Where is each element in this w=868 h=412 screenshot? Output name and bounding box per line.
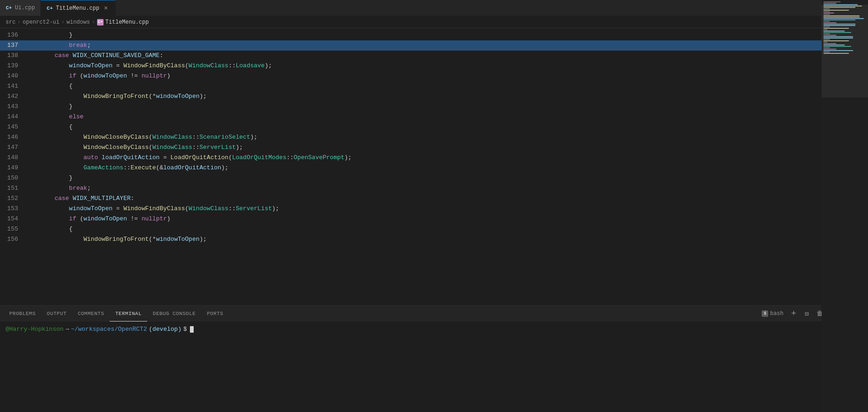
line-content-155: { xyxy=(26,224,859,234)
table-row: 137 break; xyxy=(0,40,868,51)
table-row: 141 { xyxy=(0,81,868,91)
breadcrumb-file-icon: C+ xyxy=(97,19,104,26)
tab-titlemenu-cpp[interactable]: C+ TitleMenu.cpp × xyxy=(41,0,116,16)
line-content-154: if (windowToOpen != nullptr) xyxy=(26,214,859,224)
breadcrumb-src[interactable]: src xyxy=(6,19,16,26)
table-row: 153 windowToOpen = WindowFindByClass(Win… xyxy=(0,204,868,214)
code-area[interactable]: 136 } 137 break; 138 case WIDX_CONTINUE_… xyxy=(0,28,868,305)
tab-ui-cpp[interactable]: C+ Ui.cpp xyxy=(0,0,41,16)
line-number-154: 154 xyxy=(0,215,26,222)
tab-output[interactable]: OUTPUT xyxy=(41,306,72,322)
tab-debug-console-label: DEBUG CONSOLE xyxy=(153,311,196,316)
line-content-139: windowToOpen = WindowFindByClass(WindowC… xyxy=(26,61,859,71)
line-number-145: 145 xyxy=(0,123,26,130)
tab-problems[interactable]: PROBLEMS xyxy=(4,306,41,322)
tab-output-label: OUTPUT xyxy=(47,311,67,316)
terminal-arrow: → xyxy=(65,326,69,333)
tab-comments[interactable]: COMMENTS xyxy=(72,306,110,322)
breadcrumb-openrct2-ui[interactable]: openrct2-ui xyxy=(23,19,59,26)
line-content-149: GameActions::Execute(&loadOrQuitAction); xyxy=(26,163,859,173)
line-number-147: 147 xyxy=(0,144,26,151)
line-number-136: 136 xyxy=(0,32,26,39)
table-row: 136 } xyxy=(0,30,868,40)
line-number-139: 139 xyxy=(0,62,26,69)
line-number-140: 140 xyxy=(0,72,26,79)
table-row: 152 case WIDX_MULTIPLAYER: xyxy=(0,193,868,204)
line-number-149: 149 xyxy=(0,164,26,171)
line-content-138: case WIDX_CONTINUE_SAVED_GAME: xyxy=(26,51,859,61)
line-number-150: 150 xyxy=(0,174,26,181)
minimap-viewport[interactable] xyxy=(822,28,868,97)
table-row: 149 GameActions::Execute(&loadOrQuitActi… xyxy=(0,163,868,173)
line-number-146: 146 xyxy=(0,134,26,141)
line-number-138: 138 xyxy=(0,52,26,59)
line-content-148: auto loadOrQuitAction = LoadOrQuitAction… xyxy=(26,153,859,163)
cpp-file-icon-2: C+ xyxy=(46,5,53,12)
table-row: 143 } xyxy=(0,102,868,112)
tab-titlemenu-cpp-label: TitleMenu.cpp xyxy=(56,5,99,12)
line-number-142: 142 xyxy=(0,93,26,100)
table-row: 147 WindowCloseByClass(WindowClass::Serv… xyxy=(0,142,868,153)
line-number-137: 137 xyxy=(0,42,26,49)
close-tab-button[interactable]: × xyxy=(102,5,110,12)
terminal-content[interactable]: @Harry-Hopkinson → ~/workspaces/OpenRCT2… xyxy=(0,322,868,412)
line-number-156: 156 xyxy=(0,236,26,243)
breadcrumb-filename[interactable]: TitleMenu.cpp xyxy=(105,19,149,26)
line-content-156: WindowBringToFront(*windowToOpen); xyxy=(26,234,859,245)
split-terminal-button[interactable]: ⊟ xyxy=(801,308,812,319)
line-number-148: 148 xyxy=(0,154,26,161)
table-row: 138 case WIDX_CONTINUE_SAVED_GAME: xyxy=(0,51,868,61)
line-content-144: else xyxy=(26,112,859,122)
terminal-branch: (develop) xyxy=(149,326,181,333)
tab-ui-cpp-label: Ui.cpp xyxy=(15,5,35,11)
line-number-144: 144 xyxy=(0,113,26,120)
tab-debug-console[interactable]: DEBUG CONSOLE xyxy=(147,306,201,322)
breadcrumb-windows[interactable]: windows xyxy=(66,19,90,26)
line-content-143: } xyxy=(26,102,859,112)
line-content-146: WindowCloseByClass(WindowClass::Scenario… xyxy=(26,132,859,142)
line-content-136: } xyxy=(26,30,859,40)
editor-container: 136 } 137 break; 138 case WIDX_CONTINUE_… xyxy=(0,28,868,305)
tab-problems-label: PROBLEMS xyxy=(9,311,36,316)
bash-icon: $ xyxy=(762,310,768,317)
line-content-150: } xyxy=(26,173,859,183)
table-row: 155 { xyxy=(0,224,868,234)
line-content-142: WindowBringToFront(*windowToOpen); xyxy=(26,91,859,102)
terminal-path: ~/workspaces/OpenRCT2 xyxy=(71,326,147,333)
line-number-152: 152 xyxy=(0,195,26,202)
minimap[interactable] xyxy=(822,28,868,305)
bash-label[interactable]: $ bash xyxy=(759,308,786,319)
line-content-152: case WIDX_MULTIPLAYER: xyxy=(26,193,859,204)
tab-ports[interactable]: PORTS xyxy=(201,306,229,322)
tab-bar: C+ Ui.cpp C+ TitleMenu.cpp × ⊞ ··· xyxy=(0,0,868,16)
tab-ports-label: PORTS xyxy=(207,311,223,316)
line-content-137: break; xyxy=(26,40,859,51)
line-content-145: { xyxy=(26,122,859,132)
panel-tabs: PROBLEMS OUTPUT COMMENTS TERMINAL DEBUG … xyxy=(0,306,868,322)
line-content-147: WindowCloseByClass(WindowClass::ServerLi… xyxy=(26,142,859,153)
tab-comments-label: COMMENTS xyxy=(78,311,104,316)
table-row: 142 WindowBringToFront(*windowToOpen); xyxy=(0,91,868,102)
terminal-prompt: @Harry-Hopkinson → ~/workspaces/OpenRCT2… xyxy=(6,326,862,333)
table-row: 150 } xyxy=(0,173,868,183)
line-content-151: break; xyxy=(26,183,859,193)
table-row: 145 { xyxy=(0,122,868,132)
bash-label-text: bash xyxy=(770,310,783,317)
tab-terminal-label: TERMINAL xyxy=(115,311,142,316)
line-content-140: if (windowToOpen != nullptr) xyxy=(26,71,859,81)
terminal-prompt-char: $ xyxy=(183,326,187,333)
table-row: 148 auto loadOrQuitAction = LoadOrQuitAc… xyxy=(0,153,868,163)
line-number-153: 153 xyxy=(0,205,26,212)
line-content-153: windowToOpen = WindowFindByClass(WindowC… xyxy=(26,204,859,214)
table-row: 156 WindowBringToFront(*windowToOpen); xyxy=(0,234,868,245)
code-lines: 136 } 137 break; 138 case WIDX_CONTINUE_… xyxy=(0,28,868,245)
line-number-151: 151 xyxy=(0,185,26,192)
terminal-cursor xyxy=(190,326,194,333)
breadcrumb-sep-2: › xyxy=(61,19,65,26)
cpp-file-icon: C+ xyxy=(6,5,12,11)
tab-terminal[interactable]: TERMINAL xyxy=(110,306,147,322)
terminal-user: @Harry-Hopkinson xyxy=(6,326,64,333)
add-terminal-button[interactable]: + xyxy=(788,308,799,319)
table-row: 144 else xyxy=(0,112,868,122)
table-row: 140 if (windowToOpen != nullptr) xyxy=(0,71,868,81)
